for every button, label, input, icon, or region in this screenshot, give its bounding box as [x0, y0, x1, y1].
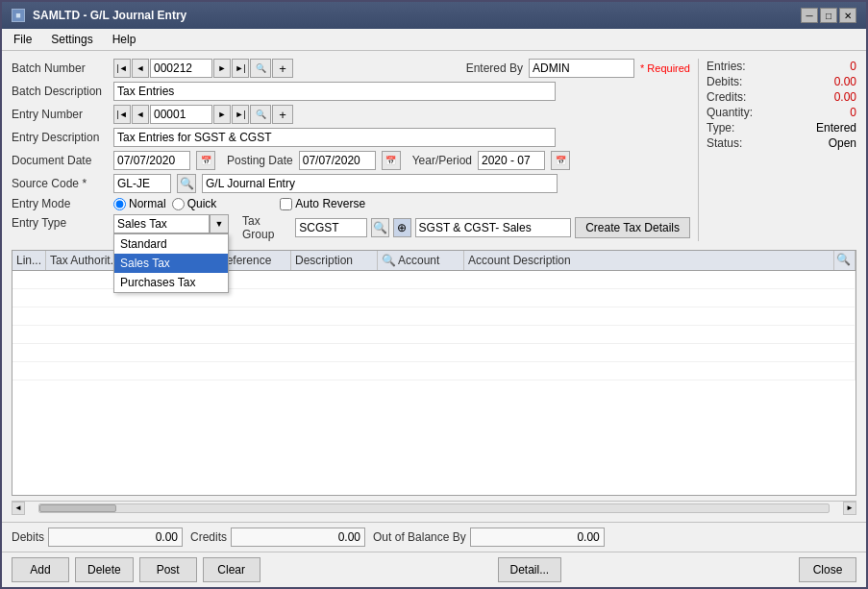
- tax-group-desc-input[interactable]: [415, 218, 572, 237]
- horizontal-scrollbar[interactable]: ◄ ►: [12, 501, 856, 514]
- col-search-right: 🔍: [834, 251, 856, 270]
- batch-search-btn[interactable]: 🔍: [250, 59, 271, 78]
- dropdown-item-standard[interactable]: Standard: [114, 234, 228, 254]
- posting-date-input[interactable]: [299, 151, 376, 170]
- credits-value: 0.00: [808, 90, 856, 104]
- detail-button[interactable]: Detail...: [498, 557, 562, 582]
- year-period-label: Year/Period: [412, 154, 472, 167]
- batch-nav-next[interactable]: ►: [213, 59, 231, 78]
- close-button[interactable]: ✕: [839, 8, 856, 23]
- entry-type-input[interactable]: [113, 214, 210, 233]
- batch-nav-prev[interactable]: ◄: [132, 59, 149, 78]
- entry-nav-prev[interactable]: ◄: [132, 105, 149, 124]
- top-section: Batch Number |◄ ◄ ► ►| 🔍 + Entered By * …: [12, 59, 856, 241]
- title-bar-left: ■ SAMLTD - G/L Journal Entry: [12, 9, 186, 22]
- entry-desc-input[interactable]: [113, 128, 556, 147]
- stat-debits: Debits: 0.00: [707, 74, 856, 89]
- batch-number-input[interactable]: [150, 59, 212, 78]
- auto-reverse-label: Auto Reverse: [295, 197, 365, 210]
- entry-type-label: Entry Type: [12, 214, 108, 230]
- table-row: [12, 326, 856, 344]
- source-code-input[interactable]: [113, 174, 171, 193]
- entry-search-btn[interactable]: 🔍: [250, 105, 271, 124]
- center-actions: Detail...: [498, 557, 562, 582]
- menu-file[interactable]: File: [6, 31, 39, 48]
- entry-nav-last[interactable]: ►|: [232, 105, 249, 124]
- grid-body: [12, 271, 856, 495]
- entry-number-label: Entry Number: [12, 108, 108, 121]
- radio-normal-label: Normal: [129, 197, 166, 210]
- table-row: [12, 344, 856, 362]
- batch-nav-last[interactable]: ►|: [232, 59, 249, 78]
- scroll-left-btn[interactable]: ◄: [12, 502, 25, 515]
- batch-description-row: Batch Description: [12, 82, 690, 101]
- source-code-row: Source Code * 🔍: [12, 174, 690, 193]
- stats-panel: Entries: 0 Debits: 0.00 Credits: 0.00 Qu…: [698, 59, 856, 241]
- batch-add-btn[interactable]: +: [272, 59, 293, 78]
- radio-quick[interactable]: Quick: [172, 197, 217, 210]
- tax-group-input[interactable]: [295, 218, 367, 237]
- stat-type: Type: Entered: [707, 120, 856, 135]
- debits-label: Debits:: [707, 75, 742, 88]
- entry-type-dropdown-container: ▼ Standard Sales Tax Purchases Tax: [113, 214, 229, 233]
- table-row: [12, 362, 856, 380]
- menu-settings[interactable]: Settings: [43, 31, 100, 48]
- source-code-search[interactable]: 🔍: [177, 174, 196, 193]
- tax-group-search[interactable]: 🔍: [371, 218, 389, 237]
- entry-nav-controls: |◄ ◄ ► ►| 🔍 +: [113, 105, 293, 124]
- batch-nav-first[interactable]: |◄: [113, 59, 131, 78]
- doc-date-picker[interactable]: 📅: [196, 151, 215, 170]
- menu-help[interactable]: Help: [105, 31, 144, 48]
- entry-number-row: Entry Number |◄ ◄ ► ►| 🔍 +: [12, 105, 690, 124]
- scroll-right-btn[interactable]: ►: [843, 502, 856, 515]
- credits-total-input[interactable]: [231, 528, 365, 547]
- table-row: [12, 307, 856, 326]
- debits-total-input[interactable]: [48, 528, 183, 547]
- credits-total-label: Credits: [190, 530, 227, 544]
- posting-date-picker[interactable]: 📅: [382, 151, 401, 170]
- post-button[interactable]: Post: [139, 557, 197, 582]
- radio-normal[interactable]: Normal: [113, 197, 166, 210]
- entries-label: Entries:: [707, 60, 746, 73]
- out-of-balance-input[interactable]: [470, 528, 605, 547]
- tax-group-extra[interactable]: ⊕: [393, 218, 411, 237]
- dropdown-item-purchasestax[interactable]: Purchases Tax: [114, 273, 228, 292]
- credits-label: Credits:: [707, 90, 746, 104]
- scrollbar-track[interactable]: [38, 503, 830, 513]
- minimize-button[interactable]: ─: [801, 8, 818, 23]
- auto-reverse-input[interactable]: [280, 198, 292, 210]
- menu-bar: File Settings Help: [2, 29, 866, 51]
- doc-date-input[interactable]: [113, 151, 190, 170]
- year-period-picker[interactable]: 📅: [551, 151, 570, 170]
- maximize-button[interactable]: □: [820, 8, 837, 23]
- close-button-action[interactable]: Close: [799, 557, 856, 582]
- delete-button[interactable]: Delete: [75, 557, 134, 582]
- entry-number-input[interactable]: [150, 105, 212, 124]
- entered-by-input[interactable]: [529, 59, 634, 78]
- entry-add-btn[interactable]: +: [272, 105, 293, 124]
- clear-button[interactable]: Clear: [203, 557, 260, 582]
- dropdown-item-salestax[interactable]: Sales Tax: [114, 254, 228, 273]
- debits-total-label: Debits: [12, 530, 44, 544]
- entry-nav-first[interactable]: |◄: [113, 105, 131, 124]
- add-button[interactable]: Add: [12, 557, 69, 582]
- scrollbar-thumb[interactable]: [39, 504, 116, 512]
- right-actions: Close: [799, 557, 856, 582]
- batch-desc-label: Batch Description: [12, 85, 108, 98]
- debits-value: 0.00: [808, 75, 856, 88]
- radio-quick-input[interactable]: [172, 198, 185, 210]
- source-desc-input[interactable]: [202, 174, 558, 193]
- year-period-input[interactable]: [478, 151, 545, 170]
- entry-type-menu: Standard Sales Tax Purchases Tax: [113, 233, 229, 293]
- posting-date-label: Posting Date: [227, 154, 293, 167]
- entry-type-dropdown-btn[interactable]: ▼: [210, 214, 229, 233]
- tax-group-label: Tax Group: [242, 214, 291, 241]
- create-tax-details-button[interactable]: Create Tax Details: [575, 217, 690, 238]
- col-lin: Lin...: [12, 251, 46, 270]
- grid-search-icon[interactable]: 🔍: [836, 253, 851, 266]
- entry-nav-next[interactable]: ►: [213, 105, 231, 124]
- auto-reverse-check[interactable]: Auto Reverse: [280, 197, 365, 210]
- batch-desc-input[interactable]: [113, 82, 556, 101]
- radio-normal-input[interactable]: [113, 198, 126, 210]
- main-content: Batch Number |◄ ◄ ► ►| 🔍 + Entered By * …: [2, 51, 866, 522]
